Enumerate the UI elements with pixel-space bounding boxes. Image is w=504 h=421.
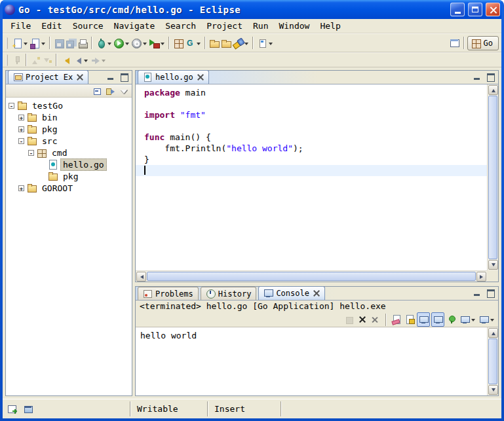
pin-console-button[interactable] xyxy=(446,313,457,326)
view-menu-button[interactable] xyxy=(118,84,130,98)
tab-history[interactable]: History xyxy=(201,287,257,300)
tab-problems[interactable]: Problems xyxy=(138,287,199,300)
tab-editor-hello-go[interactable]: hello.go xyxy=(138,70,209,84)
menu-search[interactable]: Search xyxy=(160,20,201,32)
console-output: hello world xyxy=(136,327,487,395)
open-perspective-button[interactable] xyxy=(449,37,461,50)
save-button[interactable] xyxy=(53,37,65,50)
tree-item-goroot[interactable]: +GOROOT xyxy=(6,182,132,194)
profile-button[interactable] xyxy=(130,37,148,50)
menu-edit[interactable]: Edit xyxy=(36,20,67,32)
tree-expander-icon[interactable]: + xyxy=(18,126,24,132)
toolbar-grip[interactable] xyxy=(6,54,8,66)
tab-project-explorer[interactable]: Project Ex xyxy=(8,70,88,84)
scroll-up-button[interactable] xyxy=(488,328,498,338)
open-project-button[interactable] xyxy=(220,37,232,50)
remove-launch-button[interactable] xyxy=(357,313,368,326)
terminate-button[interactable] xyxy=(343,313,355,326)
tree-expander-icon[interactable]: - xyxy=(9,103,14,109)
menu-help[interactable]: Help xyxy=(315,20,345,32)
debug-button[interactable] xyxy=(95,37,113,50)
tree-item-pkg[interactable]: +pkg xyxy=(6,123,132,135)
close-tab-icon[interactable] xyxy=(77,74,83,81)
remove-all-terminated-button[interactable] xyxy=(370,313,381,326)
toolbar-grip[interactable] xyxy=(6,37,8,49)
menu-source[interactable]: Source xyxy=(68,20,109,32)
tree-item-testgo[interactable]: -testGo xyxy=(6,100,132,111)
new-element-button[interactable] xyxy=(29,37,47,50)
go-element-button[interactable] xyxy=(184,37,202,50)
search-button[interactable] xyxy=(232,37,250,50)
scroll-left-button[interactable] xyxy=(136,272,146,282)
back-button[interactable] xyxy=(71,54,89,67)
external-tools-button[interactable] xyxy=(148,37,166,50)
tree-item-cmd[interactable]: -cmd xyxy=(6,147,132,158)
close-tab-icon[interactable] xyxy=(313,290,320,297)
editor-horizontal-scrollbar[interactable] xyxy=(136,270,487,282)
dropdown-arrow-icon xyxy=(24,43,28,47)
next-annotation-button[interactable] xyxy=(41,54,53,67)
go-package-icon xyxy=(173,38,184,48)
minimize-editor-button[interactable] xyxy=(471,72,483,82)
console-vertical-scrollbar[interactable] xyxy=(487,327,498,395)
previous-annotation-button[interactable] xyxy=(29,54,41,67)
scrollbar-thumb[interactable] xyxy=(147,272,476,281)
display-console-button[interactable] xyxy=(459,313,476,326)
last-edit-location-button[interactable] xyxy=(60,54,71,67)
save-all-button[interactable] xyxy=(65,37,77,50)
title-bar[interactable]: Go - testGo/src/cmd/hello.go - Eclipse xyxy=(3,0,501,19)
menu-run[interactable]: Run xyxy=(248,20,273,32)
clear-console-button[interactable] xyxy=(391,313,402,326)
pin-editor-button[interactable] xyxy=(11,54,23,67)
menu-file[interactable]: File xyxy=(5,20,36,32)
scroll-right-button[interactable] xyxy=(476,272,486,282)
new-element-icon xyxy=(29,38,40,48)
close-editor-tab-icon[interactable] xyxy=(197,74,204,81)
tree-item-hello-go[interactable]: hello.go xyxy=(6,158,132,170)
tab-console[interactable]: Console xyxy=(258,286,325,300)
maximize-view-button[interactable] xyxy=(118,72,130,82)
code-editor[interactable]: package main import "fmt" func main() { … xyxy=(136,84,487,270)
maximize-button[interactable] xyxy=(468,3,482,16)
minimize-view-button[interactable] xyxy=(105,72,117,82)
tree-expander-icon[interactable]: - xyxy=(18,138,24,144)
minimize-button[interactable] xyxy=(450,3,465,16)
console-panel: ProblemsHistoryConsole <terminated> hell… xyxy=(135,286,499,396)
tree-expander-icon[interactable]: + xyxy=(18,115,24,120)
fast-view-icon[interactable] xyxy=(7,404,18,414)
scroll-down-button[interactable] xyxy=(488,385,498,395)
maximize-editor-button[interactable] xyxy=(484,72,496,82)
show-stderr-toggle[interactable] xyxy=(431,312,444,327)
forward-button[interactable] xyxy=(89,54,107,67)
menu-navigate[interactable]: Navigate xyxy=(109,20,161,32)
close-button[interactable] xyxy=(486,3,500,16)
tree-item-bin[interactable]: +bin xyxy=(6,111,132,123)
scrollbar-thumb[interactable] xyxy=(488,96,497,259)
open-resource-button[interactable] xyxy=(208,37,220,50)
scroll-lock-button[interactable] xyxy=(404,313,416,326)
link-with-editor-button[interactable] xyxy=(105,84,117,98)
tree-expander-icon[interactable]: - xyxy=(28,150,34,156)
menu-window[interactable]: Window xyxy=(273,20,315,32)
tree-expander-icon[interactable]: + xyxy=(18,185,24,191)
maximize-console-button[interactable] xyxy=(484,288,496,298)
annotation-button[interactable] xyxy=(256,37,274,50)
run-button[interactable] xyxy=(113,37,130,50)
go-package-button[interactable] xyxy=(172,37,184,50)
scroll-down-button[interactable] xyxy=(488,260,498,270)
scrollbar-thumb[interactable] xyxy=(488,339,497,384)
editor-vertical-scrollbar[interactable] xyxy=(487,84,498,270)
minimized-view-icon[interactable] xyxy=(23,404,33,414)
menu-project[interactable]: Project xyxy=(201,20,248,32)
tree-item-src[interactable]: -src xyxy=(6,135,132,147)
perspective-go-button[interactable]: Go xyxy=(467,36,499,50)
show-stdout-toggle[interactable] xyxy=(417,312,430,327)
collapse-all-button[interactable] xyxy=(92,84,104,98)
print-button[interactable] xyxy=(77,37,88,50)
tree-item-pkg[interactable]: pkg xyxy=(6,170,132,182)
minimize-console-button[interactable] xyxy=(471,288,483,298)
new-wizard-button[interactable] xyxy=(11,37,29,50)
scroll-up-button[interactable] xyxy=(488,85,498,95)
open-console-button[interactable] xyxy=(478,313,495,326)
code-line-8 xyxy=(136,165,487,176)
